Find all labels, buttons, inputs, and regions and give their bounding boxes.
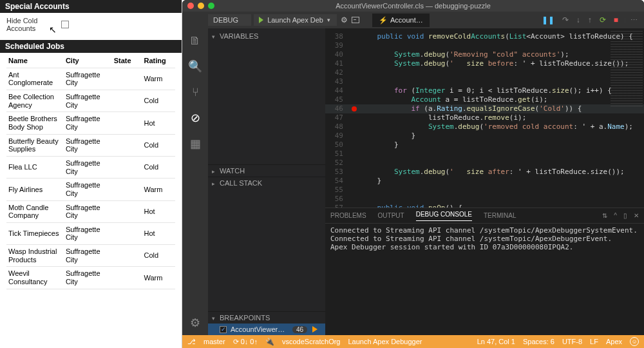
tab-problems[interactable]: PROBLEMS	[330, 212, 366, 219]
code-line[interactable]: 46 if (a.Rating.equalsIgnoreCase('Cold')…	[325, 104, 644, 113]
cell-city: Suffragette City	[64, 245, 112, 267]
col-city[interactable]: City	[64, 54, 112, 68]
panel-filter-icon[interactable]: ⇅	[602, 212, 607, 219]
panel-split-icon[interactable]: ▯	[623, 212, 627, 219]
table-row[interactable]: Beetle Brothers Body ShopSuffragette Cit…	[6, 112, 175, 134]
cell-name: Beetle Brothers Body Shop	[6, 112, 64, 134]
code-editor[interactable]: 38 public void removeColdAccounts(List<A…	[325, 28, 644, 208]
code-line[interactable]: 52	[325, 159, 644, 168]
code-line[interactable]: 42	[325, 68, 644, 77]
cell-city: Suffragette City	[64, 112, 112, 134]
debug-console-icon[interactable]	[352, 17, 359, 23]
step-into-icon[interactable]: ↓	[576, 15, 580, 24]
hide-cold-checkbox[interactable]	[61, 21, 69, 28]
cell-rating: Warm	[142, 68, 175, 90]
bottom-panel: PROBLEMS OUTPUT DEBUG CONSOLE TERMINAL ⇅…	[325, 208, 644, 335]
status-eol[interactable]: LF	[590, 338, 598, 345]
special-accounts-header: Special Accounts	[0, 0, 182, 13]
console-output[interactable]: Connected to Streaming API channel /syst…	[325, 224, 644, 254]
stop-icon[interactable]: ■	[614, 15, 618, 24]
cell-rating: Cold	[142, 134, 175, 156]
table-row[interactable]: Wasp Industrial ProductsSuffragette City…	[6, 245, 175, 267]
explorer-icon[interactable]: 🗎	[188, 34, 202, 48]
extensions-icon[interactable]: ▦	[188, 137, 202, 151]
code-line[interactable]: 51	[325, 150, 644, 159]
cell-rating: Warm	[142, 267, 175, 289]
cell-city: Suffragette City	[64, 134, 112, 156]
col-state[interactable]: State	[112, 54, 142, 68]
panel-close-icon[interactable]: ✕	[634, 212, 639, 219]
section-breakpoints[interactable]: BREAKPOINTS	[208, 311, 325, 324]
restart-icon[interactable]: ⟳	[600, 15, 606, 24]
code-line[interactable]: 38 public void removeColdAccounts(List<A…	[325, 32, 644, 41]
code-line[interactable]: 55	[325, 186, 644, 195]
cell-state	[112, 200, 142, 222]
gear-icon[interactable]: ⚙	[341, 15, 348, 24]
status-sync[interactable]: ⟳ 0↓ 0↑	[233, 338, 258, 346]
code-line[interactable]: 47 listToReduce.remove(i);	[325, 113, 644, 122]
panel-collapse-icon[interactable]: ^	[614, 212, 617, 219]
col-rating[interactable]: Rating	[142, 54, 175, 68]
tab-terminal[interactable]: TERMINAL	[484, 212, 516, 219]
code-line[interactable]: 48 System.debug('removed cold account: '…	[325, 122, 644, 131]
status-org[interactable]: vscodeScratchOrg	[282, 338, 340, 345]
status-pos[interactable]: Ln 47, Col 1	[477, 338, 515, 345]
code-line[interactable]: 39	[325, 41, 644, 50]
code-line[interactable]: 57 public void noOp() {	[325, 204, 644, 208]
scm-icon[interactable]: ⑂	[188, 85, 202, 99]
editor-tab[interactable]: ⚡ Account…	[372, 14, 430, 27]
status-lang[interactable]: Apex	[606, 338, 622, 345]
cell-rating: Cold	[142, 90, 175, 112]
status-task[interactable]: Launch Apex Debugger	[348, 338, 422, 345]
table-row[interactable]: Flea LLCSuffragette CityCold	[6, 156, 175, 178]
table-row[interactable]: Fly AirlinesSuffragette CityWarm	[6, 179, 175, 200]
status-enc[interactable]: UTF-8	[562, 338, 582, 345]
settings-icon[interactable]: ⚙	[188, 316, 202, 330]
breakpoint-dot[interactable]	[352, 106, 357, 111]
plug-icon[interactable]: 🔌	[265, 338, 274, 346]
cell-city: Suffragette City	[64, 267, 112, 289]
minimap[interactable]	[611, 31, 643, 108]
code-line[interactable]: 54 }	[325, 177, 644, 186]
tab-debug-console[interactable]: DEBUG CONSOLE	[416, 211, 472, 221]
search-icon[interactable]: 🔍	[188, 59, 202, 73]
table-row[interactable]: Moth Candle CompanySuffragette CityHot	[6, 200, 175, 222]
feedback-icon[interactable]: ☺	[630, 337, 639, 346]
code-line[interactable]: 53 System.debug(' size after: ' + listTo…	[325, 168, 644, 177]
code-line[interactable]: 56	[325, 195, 644, 204]
table-row[interactable]: Weevil ConsultancySuffragette CityWarm	[6, 267, 175, 289]
section-callstack[interactable]: CALL STACK	[208, 177, 325, 189]
code-line[interactable]: 43	[325, 77, 644, 86]
code-line[interactable]: 41 System.debug(' size before: ' + listT…	[325, 59, 644, 68]
col-name[interactable]: Name	[6, 54, 64, 68]
step-out-icon[interactable]: ↑	[588, 15, 592, 24]
branch-icon[interactable]: ⎇	[187, 338, 196, 346]
step-over-icon[interactable]: ↷	[562, 15, 569, 24]
section-watch[interactable]: WATCH	[208, 164, 325, 177]
code-line[interactable]: 50 }	[325, 140, 644, 150]
view-dropdown[interactable]: DEBUG	[208, 14, 251, 26]
debug-toolbar[interactable]: ❚❚ ↷ ↓ ↑ ⟳ ■	[535, 12, 625, 28]
breakpoint-row[interactable]: ✓ AccountViewerController.cls fo… 46	[208, 324, 325, 335]
status-spaces[interactable]: Spaces: 6	[523, 338, 554, 345]
section-variables[interactable]: VARIABLES	[208, 28, 325, 42]
pause-icon[interactable]: ❚❚	[542, 15, 554, 24]
code-line[interactable]: 45 Account a = listToReduce.get(i);	[325, 95, 644, 104]
table-row[interactable]: Ant ConglomerateSuffragette CityWarm	[6, 68, 175, 90]
console-line: Connected to Streaming API channel /syst…	[330, 235, 639, 243]
cell-name: Ant Conglomerate	[6, 68, 64, 90]
cell-state	[112, 112, 142, 134]
cell-state	[112, 134, 142, 156]
code-line[interactable]: 40 System.debug('Removing "cold" account…	[325, 50, 644, 59]
table-row[interactable]: Bee Collection AgencySuffragette CityCol…	[6, 90, 175, 112]
table-row[interactable]: Butterfly Beauty SuppliesSuffragette Cit…	[6, 134, 175, 156]
tab-output[interactable]: OUTPUT	[378, 212, 404, 219]
code-line[interactable]: 44 for (Integer i = 0; i < listToReduce.…	[325, 86, 644, 95]
launch-config-dropdown[interactable]: Launch Apex Deb ▾	[254, 14, 337, 26]
status-branch[interactable]: master	[204, 338, 225, 345]
breakpoint-checkbox[interactable]: ✓	[220, 326, 227, 333]
code-line[interactable]: 49 }	[325, 131, 644, 140]
table-row[interactable]: Tick TimepiecesSuffragette CityHot	[6, 222, 175, 244]
more-icon[interactable]: ⋯	[630, 16, 638, 24]
debug-activity-icon[interactable]: ⊘	[188, 111, 202, 125]
